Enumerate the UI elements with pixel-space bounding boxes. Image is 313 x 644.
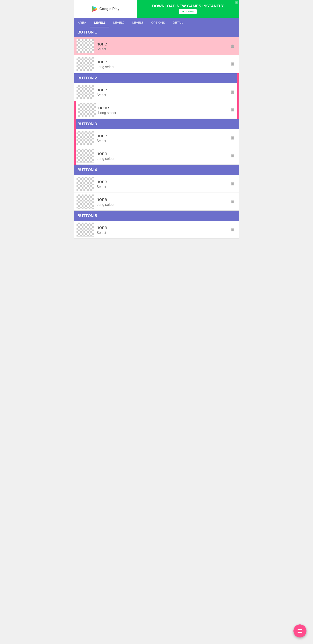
main-content: BUTTON 1 none Select 🗑 none Long select … — [74, 28, 239, 239]
button-3-section: BUTTON 3 none Select 🗑 none Long select … — [74, 119, 239, 165]
item-info: none Select — [96, 133, 229, 143]
delete-button[interactable]: 🗑 — [229, 180, 237, 188]
item-action: Select — [96, 185, 229, 189]
item-name: none — [98, 105, 229, 110]
item-info: none Select — [96, 41, 229, 51]
tab-level2[interactable]: LEVEL2 — [109, 18, 128, 28]
item-action: Select — [96, 231, 229, 235]
delete-button[interactable]: 🗑 — [229, 88, 237, 96]
list-item[interactable]: none Select 🗑 — [74, 221, 239, 239]
item-name: none — [96, 151, 229, 156]
tab-area[interactable]: AREA — [74, 18, 90, 28]
list-item[interactable]: none Long select 🗑 — [74, 55, 239, 73]
item-thumbnail — [76, 39, 94, 53]
button-1-section: BUTTON 1 none Select 🗑 none Long select … — [74, 28, 239, 73]
google-play-logo: Google Play — [91, 6, 119, 12]
button-1-header: BUTTON 1 — [74, 28, 239, 37]
item-info: none Long select — [96, 59, 229, 69]
item-name: none — [96, 41, 229, 47]
item-action: Long select — [98, 111, 229, 115]
ad-left-panel: Google Play — [74, 0, 137, 18]
button-2-section: BUTTON 2 none Select 🗑 none Long select … — [74, 73, 239, 119]
item-info: none Select — [96, 225, 229, 235]
item-thumbnail — [76, 131, 94, 145]
trash-icon: 🗑 — [230, 61, 235, 66]
item-info: none Select — [96, 179, 229, 189]
item-name: none — [96, 87, 229, 93]
item-thumbnail — [76, 57, 94, 71]
delete-button[interactable]: 🗑 — [229, 42, 237, 50]
list-item[interactable]: none Long select 🗑 — [74, 147, 239, 165]
trash-icon: 🗑 — [230, 90, 235, 94]
item-action: Select — [96, 139, 229, 143]
pink-left-accent — [74, 119, 76, 165]
item-name: none — [96, 59, 229, 64]
tab-level1[interactable]: LEVEL1 — [90, 18, 109, 28]
item-info: none Select — [96, 87, 229, 97]
trash-icon: 🗑 — [230, 107, 235, 112]
ad-cta-button[interactable]: PLAY NOW — [179, 9, 197, 14]
item-action: Select — [96, 93, 229, 97]
google-play-text: Google Play — [99, 7, 119, 11]
list-item[interactable]: none Select 🗑 — [74, 175, 239, 193]
delete-button[interactable]: 🗑 — [229, 226, 237, 234]
item-info: none Long select — [96, 197, 229, 207]
list-item[interactable]: none Long select 🗑 — [74, 101, 239, 119]
item-thumbnail — [76, 194, 94, 209]
pink-right-accent — [237, 73, 239, 119]
item-info: none Long select — [96, 151, 229, 161]
trash-icon: 🗑 — [230, 153, 235, 158]
button-2-header: BUTTON 2 — [74, 73, 239, 83]
list-item[interactable]: none Select 🗑 — [74, 37, 239, 55]
button-5-section: BUTTON 5 none Select 🗑 — [74, 211, 239, 239]
delete-button[interactable]: 🗑 — [229, 134, 237, 142]
list-item[interactable]: none Select 🗑 — [74, 83, 239, 101]
list-item[interactable]: none Select 🗑 — [74, 129, 239, 147]
item-name: none — [96, 197, 229, 202]
tab-detail[interactable]: DETAIL — [169, 18, 187, 28]
item-thumbnail — [76, 85, 94, 99]
trash-icon: 🗑 — [230, 227, 235, 232]
item-thumbnail — [76, 222, 94, 237]
nav-tabs: AREA LEVEL1 LEVEL2 LEVEL3 OPTIONS DETAIL — [74, 18, 239, 28]
item-thumbnail — [76, 177, 94, 191]
item-thumbnail — [76, 148, 94, 163]
trash-icon: 🗑 — [230, 181, 235, 186]
tab-options[interactable]: OPTIONS — [147, 18, 169, 28]
item-name: none — [96, 133, 229, 138]
trash-icon: 🗑 — [230, 199, 235, 204]
delete-button[interactable]: 🗑 — [229, 198, 237, 206]
delete-button[interactable]: 🗑 — [229, 106, 237, 114]
trash-icon: 🗑 — [230, 135, 235, 140]
button-3-header: BUTTON 3 — [74, 119, 239, 129]
delete-button[interactable]: 🗑 — [229, 60, 237, 68]
item-name: none — [96, 225, 229, 230]
button-4-header: BUTTON 4 — [74, 165, 239, 175]
item-action: Long select — [96, 203, 229, 207]
button-5-header: BUTTON 5 — [74, 211, 239, 221]
item-action: Long select — [96, 157, 229, 161]
item-thumbnail — [78, 103, 96, 117]
item-action: Long select — [96, 65, 229, 69]
play-icon — [91, 6, 98, 12]
item-name: none — [96, 179, 229, 184]
ad-corner-icon: ▷ — [235, 1, 238, 4]
delete-button[interactable]: 🗑 — [229, 152, 237, 160]
trash-icon: 🗑 — [230, 44, 235, 48]
item-info: none Long select — [98, 105, 229, 115]
ad-banner[interactable]: Google Play ▷ DOWNLOAD NEW GAMES INSTANT… — [74, 0, 239, 18]
tab-level3[interactable]: LEVEL3 — [128, 18, 147, 28]
button-4-section: BUTTON 4 none Select 🗑 none Long select … — [74, 165, 239, 210]
ad-tagline: DOWNLOAD NEW GAMES INSTANTLY — [152, 4, 224, 9]
item-action: Select — [96, 47, 229, 51]
list-item[interactable]: none Long select 🗑 — [74, 193, 239, 210]
ad-right-panel[interactable]: ▷ DOWNLOAD NEW GAMES INSTANTLY PLAY NOW — [137, 0, 239, 18]
